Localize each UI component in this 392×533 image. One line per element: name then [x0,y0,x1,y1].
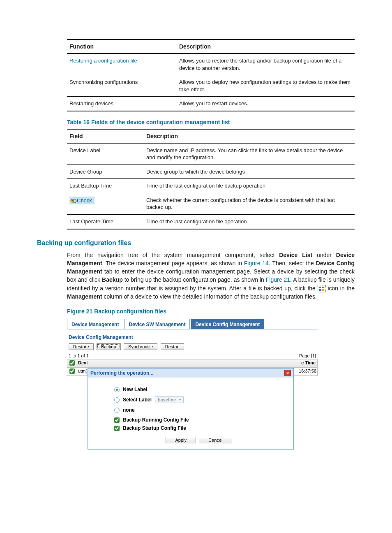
svg-point-1 [72,200,73,202]
panel-title: Device Config Management [67,329,318,343]
figure21: Device Management Device SW Management D… [67,319,318,532]
table-row: Device Group Device group to which the d… [67,165,355,179]
t1-r1-desc: Allows you to deploy new configuration s… [177,75,355,97]
apply-button[interactable]: Apply [166,437,196,443]
pager-range: 1 to 1 of 1 [69,353,89,358]
tab-device-management[interactable]: Device Management [67,319,123,329]
backup-startup-checkbox-row: Backup Startup Config File [114,425,285,431]
backup-dialog: Performing the operation... × New Label … [88,368,294,450]
dialog-title: Performing the operation... [90,370,153,376]
toolbar: Restore Backup Synchronize Restart [67,343,318,352]
option-none[interactable]: none [114,407,285,413]
restoring-config-link[interactable]: Restoring a configuration file [69,58,137,64]
option-select-label[interactable]: Select Label baseline [114,396,285,403]
svg-rect-4 [319,289,321,291]
baseline-select[interactable]: baseline [155,396,184,403]
restore-button[interactable]: Restore [69,343,94,350]
close-icon[interactable]: × [284,370,291,376]
check-cell: Check [69,197,95,205]
select-all-checkbox[interactable] [69,360,75,366]
field-table: Field Description Device Label Device na… [67,129,355,229]
cancel-button[interactable]: Cancel [199,437,232,443]
row-time: 16:37:56 [291,368,317,375]
svg-rect-2 [319,287,321,288]
table-row: Last Backup Time Time of the last config… [67,179,355,193]
backup-button[interactable]: Backup [97,343,121,350]
table-row: Synchronizing configurations Allows you … [67,75,355,97]
figure14-link[interactable]: Figure 14 [244,260,269,266]
body-paragraph: From the navigation tree of the system m… [67,251,355,301]
tab-device-config-management[interactable]: Device Config Management [191,319,264,329]
t1-h1: Function [67,39,177,53]
restart-button[interactable]: Restart [161,343,184,350]
dialog-titlebar: Performing the operation... × [88,368,293,378]
t1-h2: Description [177,39,355,53]
pager-page: Page [1] [299,353,316,358]
grid-header-time: e Time [289,359,317,367]
backup-running-checkbox[interactable] [114,417,120,423]
backup-running-checkbox-row: Backup Running Config File [114,417,285,423]
radio-icon [114,397,120,403]
svg-rect-3 [322,287,324,288]
section-heading: Backing up configuration files [37,239,355,247]
t2-h2: Description [144,129,355,143]
figure21-link[interactable]: Figure 21 [266,276,290,283]
table-row: Restoring a configuration file Allows yo… [67,53,355,75]
grid-header-label: Devi [76,359,289,367]
t1-r1-fn: Synchronizing configurations [67,75,177,97]
backup-startup-checkbox[interactable] [114,426,120,431]
row-checkbox[interactable] [69,368,75,374]
synchronize-button[interactable]: Synchronize [124,343,158,350]
table-row: Device Label Device name and IP address.… [67,143,355,165]
table16-caption: Table 16 Fields of the device configurat… [67,119,355,125]
grid-header: Devi e Time [67,359,318,368]
option-new-label[interactable]: New Label [114,387,285,392]
radio-icon [114,387,120,392]
t1-r2-fn: Restarting devices [67,97,177,111]
tab-bar: Device Management Device SW Management D… [67,319,318,329]
t2-h1: Field [67,129,144,143]
svg-rect-5 [322,289,324,291]
table-row: Check Check whether the current configur… [67,193,355,214]
table-row: Last Operate Time Time of the last confi… [67,215,355,229]
function-table: Function Description Restoring a configu… [67,39,355,111]
t1-r2-desc: Allows you to restart devices. [177,97,355,111]
table-row: Restarting devices Allows you to restart… [67,97,355,111]
radio-icon [114,408,120,413]
management-icon [318,285,326,292]
gear-refresh-icon [70,198,77,204]
pager: 1 to 1 of 1 Page [1] [67,352,318,359]
figure21-caption: Figure 21 Backup configuration files [67,308,355,315]
tab-device-sw-management[interactable]: Device SW Management [124,319,190,329]
t1-r0-desc: Allows you to restore the startup and/or… [177,53,355,75]
